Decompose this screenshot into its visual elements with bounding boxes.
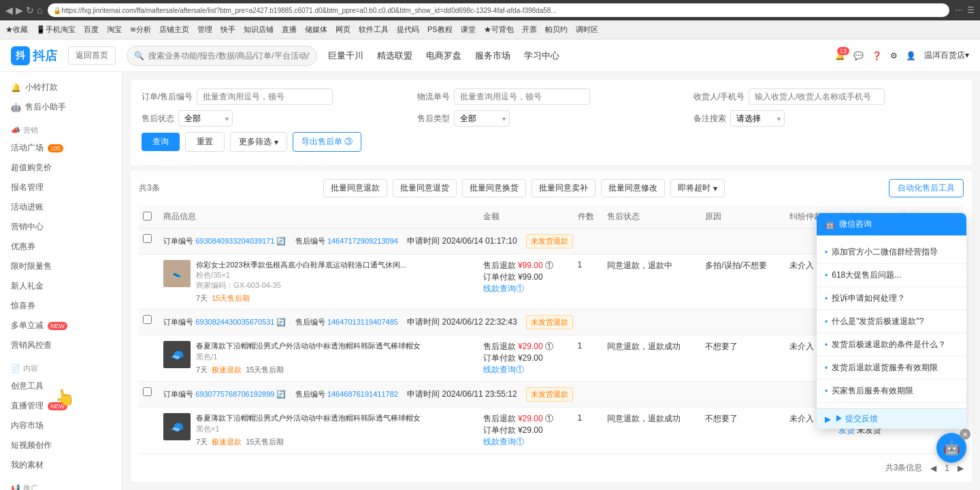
logistics-no-input[interactable] <box>454 88 590 105</box>
row3-checkbox[interactable] <box>143 387 152 396</box>
remark-select[interactable]: 请选择 <box>730 110 785 127</box>
sidebar-item-signup[interactable]: 报名管理 <box>0 178 122 197</box>
row1-period-tag[interactable]: 15天售后期 <box>212 293 250 304</box>
nav-forward-btn[interactable]: ▶ <box>16 5 23 16</box>
chat-menu-item-2[interactable]: • 618大促售后问题... <box>817 264 966 287</box>
row1-after-id-link[interactable]: 14647172909213094 <box>327 237 398 245</box>
bookmark-taobao[interactable]: 淘宝 <box>107 24 122 35</box>
nav-back-btn[interactable]: ◀ <box>5 5 13 16</box>
chat-feedback[interactable]: ▶ ▶ 提交反馈 <box>817 408 966 429</box>
sidebar-item-surprise[interactable]: 惊喜券 <box>0 296 122 316</box>
nav-service-item[interactable]: 服务市场 <box>475 47 510 65</box>
menu-icon[interactable]: ☰ <box>967 5 975 15</box>
sidebar-item-risk[interactable]: 营销风控查 <box>0 336 122 355</box>
chat-close-button[interactable]: ✕ <box>960 429 970 440</box>
sidebar-item-activity-income[interactable]: 活动进账 <box>0 197 122 217</box>
chat-menu-item-6[interactable]: • 发货后退款退货服务有效期限 <box>817 357 966 380</box>
pagination-prev[interactable]: ◀ <box>930 463 936 473</box>
order-no-input[interactable] <box>197 88 333 105</box>
row2-checkbox[interactable] <box>143 315 152 324</box>
sidebar-item-event[interactable]: 活动广场 105 <box>0 138 122 158</box>
chat-menu-item-4[interactable]: • 什么是"发货后极速退款"? <box>817 310 966 333</box>
batch-return-button[interactable]: 批量同意退货 <box>393 179 457 197</box>
nav-ec-item[interactable]: 电商罗盘 <box>426 47 461 65</box>
row1-order-id-link[interactable]: 6930840933204039171 <box>195 237 274 245</box>
batch-exchange-button[interactable]: 批量同意换货 <box>462 179 526 197</box>
row2-order-id-link[interactable]: 6930824430035670531 <box>195 318 274 326</box>
chat-menu-item-7[interactable]: • 买家售后服务有效期限 <box>817 380 966 403</box>
batch-supplement-button[interactable]: 批量同意卖补 <box>532 179 595 197</box>
instant-timeout-button[interactable]: 即将超时 ▾ <box>670 179 725 197</box>
bookmark-live[interactable]: 直播 <box>282 24 297 35</box>
message-icon[interactable]: 💬 <box>853 51 864 61</box>
back-to-home-button[interactable]: 返回首页 <box>68 46 116 65</box>
pagination-next[interactable]: ▶ <box>958 463 964 473</box>
help-icon[interactable]: ❓ <box>872 51 882 61</box>
nav-refresh-btn[interactable]: ↻ <box>26 5 34 16</box>
sidebar-item-coupons[interactable]: 优惠券 <box>0 237 122 257</box>
search-input[interactable] <box>148 51 310 61</box>
sidebar-item-multi-order[interactable]: 多单立减 NEW <box>0 316 122 336</box>
bookmark-ps[interactable]: PS教程 <box>427 24 453 35</box>
bookmark-store[interactable]: 店铺主页 <box>159 24 189 35</box>
select-all-checkbox[interactable] <box>143 212 152 220</box>
bookmark-code[interactable]: 提代码 <box>397 24 419 35</box>
bookmark-baidu[interactable]: 百度 <box>84 24 99 35</box>
row2-fast-tag[interactable]: 极速退款 <box>212 365 242 375</box>
bookmark-course[interactable]: 课堂 <box>461 24 476 35</box>
bookmark-star[interactable]: ★收藏 <box>5 24 28 35</box>
sidebar-item-materials[interactable]: 我的素材 <box>0 455 122 475</box>
user-info[interactable]: 温洱百货店▾ <box>924 50 969 61</box>
chat-menu-item-3[interactable]: • 投诉申请如何处理？ <box>817 287 966 310</box>
batch-modify-button[interactable]: 批量同意修改 <box>601 179 665 197</box>
chat-bubble-button[interactable]: 🤖 ✕ <box>936 433 966 463</box>
row3-amount-extra[interactable]: 线款查询① <box>483 436 570 448</box>
settings-icon[interactable]: ⚙ <box>890 51 898 61</box>
row2-amount-extra[interactable]: 线款查询① <box>483 364 570 376</box>
bookmark-analysis[interactable]: ≋分析 <box>130 24 151 35</box>
after-status-select[interactable]: 全部 待处理 处理中 已完成 <box>178 110 233 127</box>
nav-learn-item[interactable]: 学习中心 <box>524 47 559 65</box>
export-button[interactable]: 导出售后单 ③ <box>293 132 361 152</box>
bookmark-mgmt[interactable]: 管理 <box>197 24 212 35</box>
after-type-select[interactable]: 全部 仅退款 退货退款 换货 <box>454 110 510 127</box>
nav-jl-item[interactable]: 巨量千川 <box>328 47 363 65</box>
batch-refund-button[interactable]: 批量同意退款 <box>323 179 387 197</box>
reset-button[interactable]: 重置 <box>185 132 225 152</box>
query-button[interactable]: 查询 <box>142 133 180 151</box>
row3-order-id-link[interactable]: 6930775768706192899 <box>195 390 274 398</box>
address-bar[interactable]: 🔒 https://fxg.jinritemai.com/ffa/mafters… <box>48 3 949 17</box>
row1-checkbox[interactable] <box>143 234 152 243</box>
sidebar-item-short-video[interactable]: 短视频创作 <box>0 436 122 455</box>
row3-fast-tag[interactable]: 极速退款 <box>212 437 242 447</box>
sidebar-item-super-bid[interactable]: 超值购竞价 <box>0 158 122 178</box>
bookmark-knowledge[interactable]: 知识店铺 <box>244 24 274 35</box>
row1-amount-extra[interactable]: 线款查询① <box>483 283 570 295</box>
sidebar-item-marketing-center[interactable]: 营销中心 <box>0 217 122 237</box>
sidebar-item-limited[interactable]: 限时限量售 <box>0 257 122 276</box>
receiver-input[interactable] <box>749 88 885 105</box>
sidebar-item-assistant[interactable]: 🤖 售后小助手 <box>0 97 122 117</box>
bookmark-pabei[interactable]: 帕贝约 <box>545 24 568 35</box>
chat-menu-item-5[interactable]: • 发货后极速退款的条件是什么？ <box>817 333 966 357</box>
search-bar[interactable]: 🔍 <box>127 46 317 66</box>
row2-after-id-link[interactable]: 14647013119407485 <box>327 318 398 326</box>
sidebar-item-live[interactable]: 直播管理 NEW <box>0 396 122 416</box>
nav-home-btn[interactable]: ⌂ <box>37 5 42 16</box>
more-filter-button[interactable]: 更多筛选 ▾ <box>230 132 287 152</box>
chat-menu-item-1[interactable]: • 添加官方小二微信群经营指导 <box>817 241 966 264</box>
sidebar-item-newbie[interactable]: 新人礼金 <box>0 276 122 296</box>
bookmark-kuaishou[interactable]: 快手 <box>220 24 235 35</box>
notification-button[interactable]: 🔔 13 <box>835 51 845 61</box>
bookmark-mobile[interactable]: 📱手机淘宝 <box>36 24 76 35</box>
extensions-icon[interactable]: ⋯ <box>955 5 963 15</box>
sidebar-item-content-market[interactable]: 内容市场 <box>0 416 122 436</box>
bookmark-ticket[interactable]: 开票 <box>522 24 537 35</box>
bookmark-software[interactable]: 软件工具 <box>359 24 389 35</box>
auto-tool-button[interactable]: 自动化售后工具 <box>889 179 964 197</box>
bookmark-backpack[interactable]: ★可背包 <box>484 24 514 35</box>
browser-navigation[interactable]: ◀ ▶ ↻ ⌂ <box>5 5 42 16</box>
bookmark-media[interactable]: 储媒体 <box>305 24 327 35</box>
bookmark-timezone[interactable]: 调时区 <box>576 24 598 35</box>
sidebar-item-creative[interactable]: 创意工具 <box>0 376 122 396</box>
